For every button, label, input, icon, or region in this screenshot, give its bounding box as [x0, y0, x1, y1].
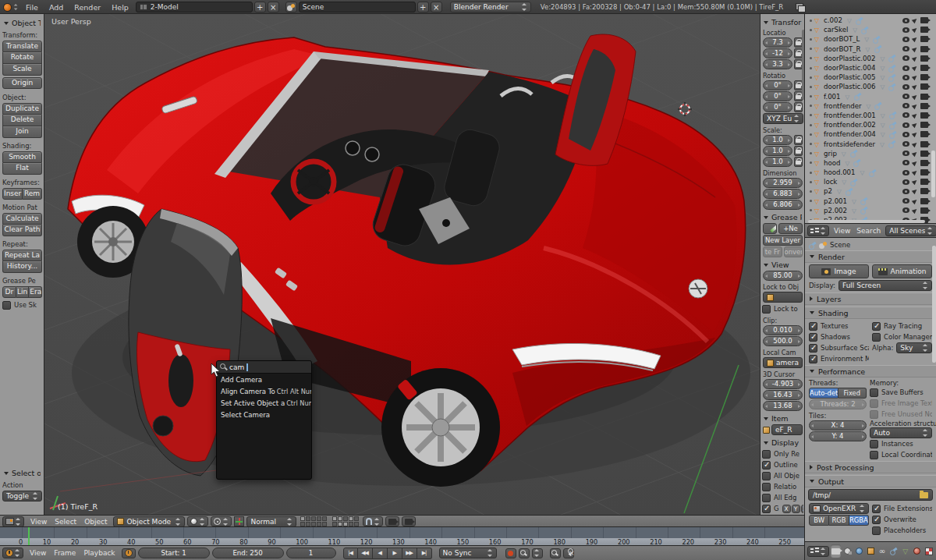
color-mode-button[interactable]: BW	[809, 515, 829, 526]
acceleration-checkbox[interactable]: Instances	[870, 438, 932, 449]
visibility-eye-icon[interactable]	[902, 112, 909, 118]
playback-button[interactable]: ▶|	[417, 548, 432, 559]
current-frame-field[interactable]: 1	[286, 548, 336, 558]
selectability-arrow-icon[interactable]	[912, 103, 918, 109]
keying-set-dropdown[interactable]	[532, 548, 543, 558]
visibility-eye-icon[interactable]	[902, 160, 909, 165]
tool-shelf-panel-header[interactable]: Object T	[4, 19, 41, 27]
object-name[interactable]: doorPlastic.006	[824, 83, 875, 90]
display-checkbox[interactable]: All Obje	[762, 470, 803, 481]
visibility-eye-icon[interactable]	[902, 103, 909, 108]
renderability-camera-icon[interactable]	[920, 122, 928, 128]
visibility-eye-icon[interactable]	[902, 207, 909, 213]
disclosure-dot-icon[interactable]	[810, 209, 812, 211]
delete-keyframe-button[interactable]	[563, 548, 574, 558]
add-screen-button[interactable]	[254, 2, 266, 12]
color-mode-button[interactable]: RGBA	[849, 515, 869, 526]
view-panel-header[interactable]: View	[764, 261, 802, 269]
object-name[interactable]: doorPlastic.002	[824, 55, 875, 62]
tool-button[interactable]: Translate	[2, 41, 42, 52]
object-name[interactable]: doorPlastic.005	[824, 73, 875, 81]
selectability-arrow-icon[interactable]	[912, 112, 918, 119]
renderability-camera-icon[interactable]	[920, 74, 928, 80]
tool-button[interactable]: History...	[2, 261, 42, 273]
selectability-arrow-icon[interactable]	[912, 188, 918, 194]
visibility-eye-icon[interactable]	[902, 66, 909, 71]
editor-type-selector[interactable]	[2, 548, 23, 558]
cursor-y-field[interactable]: 16.43	[763, 390, 803, 400]
object-name[interactable]: carSkel	[824, 26, 848, 34]
lock-icon[interactable]	[794, 102, 803, 112]
object-name[interactable]: frontfender.004	[824, 130, 876, 138]
object-name[interactable]: p2.002	[824, 207, 847, 214]
disclosure-dot-icon[interactable]	[810, 114, 812, 116]
menu-item[interactable]: Add Camera	[217, 374, 311, 385]
selectability-arrow-icon[interactable]	[912, 140, 918, 147]
performance-section-header[interactable]: Performance	[805, 365, 936, 377]
disclosure-dot-icon[interactable]	[810, 38, 812, 41]
file-format-dropdown[interactable]: OpenEXR	[809, 503, 869, 514]
rotation-mode-dropdown[interactable]: XYZ Eu	[767, 115, 792, 122]
tool-button[interactable]: Scale	[2, 64, 42, 76]
renderability-camera-icon[interactable]	[920, 27, 928, 33]
menu-item[interactable]: View	[831, 227, 853, 235]
visibility-eye-icon[interactable]	[902, 151, 909, 156]
axis-toggle[interactable]: Y	[792, 505, 800, 513]
outliner-row[interactable]: p2.002	[810, 206, 936, 215]
disclosure-dot-icon[interactable]	[810, 161, 812, 164]
tab-texture[interactable]	[924, 544, 934, 558]
menu-item[interactable]: Select Camera	[217, 409, 311, 420]
frame-start-field[interactable]: Start: 1	[138, 548, 210, 558]
lock-icon[interactable]	[794, 135, 803, 145]
visibility-eye-icon[interactable]	[902, 189, 909, 194]
tool-button[interactable]: Repeat La	[2, 250, 42, 261]
tab-constraints[interactable]	[878, 544, 888, 558]
acceleration-dropdown[interactable]: Auto	[870, 427, 932, 438]
menu-item[interactable]: Help	[106, 3, 134, 12]
editor-type-selector[interactable]	[2, 516, 24, 527]
folder-icon[interactable]	[920, 492, 928, 498]
menu-item[interactable]: Set Active Object a Ctrl Numpad 0	[217, 397, 311, 409]
rotation-y-field[interactable]: 0°	[763, 91, 792, 101]
object-name[interactable]: frontfender.002	[824, 121, 876, 129]
menu-item[interactable]: Search	[853, 227, 884, 235]
tile-y-field[interactable]: Y: 4	[809, 431, 867, 441]
menu-item[interactable]: Frame	[50, 549, 80, 557]
tool-button[interactable]: Rotate	[2, 52, 42, 64]
tool-button[interactable]: Dr	[2, 286, 16, 298]
dimension-z-field[interactable]: 6.806	[763, 200, 803, 210]
outliner-row[interactable]: hood.001	[810, 168, 936, 177]
post-processing-section-header[interactable]: Post Processing	[805, 461, 936, 473]
keying-set-button[interactable]	[519, 548, 530, 558]
mode-dropdown[interactable]: Object Mode	[113, 516, 185, 527]
output-checkbox[interactable]: Overwrite	[872, 514, 932, 525]
selectability-arrow-icon[interactable]	[912, 131, 918, 137]
lock-to-cursor-checkbox[interactable]: Lock to	[762, 303, 803, 314]
axis-toggle[interactable]: Z	[801, 505, 803, 513]
active-item-field[interactable]: eF_R	[775, 426, 799, 434]
renderability-camera-icon[interactable]	[920, 207, 928, 214]
output-section-header[interactable]: Output	[805, 475, 936, 487]
select-panel-header[interactable]: Select or	[4, 469, 41, 477]
renderability-camera-icon[interactable]	[920, 151, 928, 157]
playback-button[interactable]: ◀	[373, 548, 388, 559]
outliner-row[interactable]: frontfender.002	[810, 120, 936, 129]
clip-start-field[interactable]: 0.010	[763, 325, 803, 335]
tool-button[interactable]: Flat	[2, 163, 42, 175]
outliner-row[interactable]: doorBOT_R	[810, 44, 936, 54]
snap-toggle-button[interactable]	[363, 516, 383, 526]
lock-icon[interactable]	[794, 146, 803, 156]
shading-checkbox[interactable]: Ray Tracing	[872, 321, 932, 331]
output-checkbox[interactable]: Placeholders	[872, 525, 932, 536]
object-name[interactable]: hood	[824, 159, 840, 167]
tab-scene[interactable]	[842, 544, 853, 558]
selectability-arrow-icon[interactable]	[912, 122, 918, 128]
playback-button[interactable]: ◀◀	[358, 548, 373, 559]
grease-pencil-panel-header[interactable]: Grease P	[764, 213, 802, 222]
display-panel-header[interactable]: Display	[764, 438, 802, 447]
renderability-camera-icon[interactable]	[920, 65, 928, 71]
horizontal-scrollbar[interactable]	[808, 220, 925, 223]
outliner-row[interactable]: f.001	[810, 92, 936, 101]
operator-search-field[interactable]: cam	[217, 361, 311, 374]
shading-section-header[interactable]: Shading	[805, 307, 936, 319]
